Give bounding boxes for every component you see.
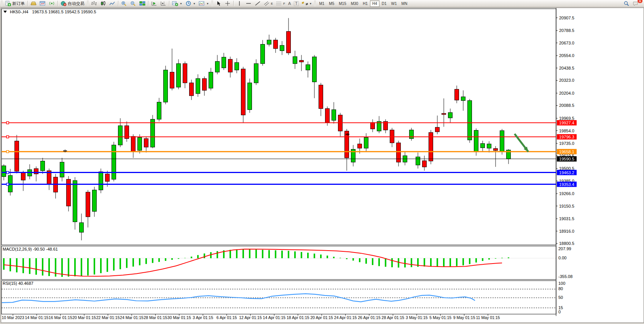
timeframe-w1-button[interactable]: W1 [389, 0, 399, 7]
candle-body[interactable] [34, 168, 38, 174]
candle-body[interactable] [325, 109, 330, 123]
candle-body[interactable] [397, 143, 401, 162]
candle-body[interactable] [293, 57, 297, 64]
line-handle[interactable] [6, 183, 9, 186]
timeframe-m5-button[interactable]: M5 [327, 0, 336, 7]
timeframe-h1-button[interactable]: H1 [360, 0, 370, 7]
candle-body[interactable] [442, 113, 446, 114]
candle-body[interactable] [222, 57, 226, 68]
channel-tool-button[interactable]: E [262, 0, 274, 6]
shapes-tool-button[interactable]: ▼ [300, 0, 314, 6]
candle-body[interactable] [435, 127, 440, 132]
candle-body[interactable] [41, 161, 45, 171]
toolbar-grip[interactable] [1, 1, 3, 6]
candle-body[interactable] [287, 32, 291, 53]
new-order-button[interactable]: 新订单 [3, 0, 26, 6]
line-chart-mode-button[interactable] [108, 0, 117, 6]
candle-body[interactable] [86, 192, 90, 217]
candle-body[interactable] [448, 113, 453, 118]
zoom-out-button[interactable] [129, 0, 138, 6]
candle-body[interactable] [461, 97, 465, 101]
candle-body[interactable] [105, 174, 110, 181]
candle-body[interactable] [215, 62, 220, 72]
text-tool-button[interactable]: A [287, 0, 292, 6]
candle-body[interactable] [170, 72, 174, 88]
candle-body[interactable] [280, 45, 284, 51]
candle-body[interactable] [15, 141, 19, 171]
candle-body[interactable] [416, 157, 420, 165]
hline-tool-button[interactable] [244, 0, 253, 6]
collapse-triangle-icon[interactable] [3, 10, 7, 13]
timeframe-m1-button[interactable]: M1 [317, 0, 327, 7]
timeframe-m15-button[interactable]: M15 [336, 0, 348, 7]
tile-windows-button[interactable] [138, 0, 147, 6]
vline-tool-button[interactable] [235, 0, 244, 6]
candle-body[interactable] [2, 166, 6, 176]
candle-body[interactable] [60, 162, 64, 177]
candle-body[interactable] [306, 65, 310, 70]
candle-body[interactable] [390, 130, 394, 143]
shapes-dropdown[interactable]: ▼ [309, 2, 312, 5]
candle-body[interactable] [494, 149, 498, 151]
add-indicator-dropdown[interactable]: ▼ [180, 2, 182, 5]
line-handle[interactable] [6, 136, 9, 138]
candle-body[interactable] [364, 138, 368, 148]
candle-body[interactable] [209, 72, 213, 88]
candle-body[interactable] [274, 40, 278, 49]
candle-body[interactable] [157, 102, 161, 119]
candle-body[interactable] [21, 173, 26, 180]
chart-shift-button[interactable] [159, 0, 168, 6]
candle-body[interactable] [312, 57, 317, 82]
candle-body[interactable] [228, 59, 233, 72]
candle-body[interactable] [410, 130, 414, 139]
candle-body[interactable] [99, 172, 103, 190]
candle-body[interactable] [371, 122, 375, 129]
candle-body[interactable] [235, 62, 239, 70]
timeframe-m30-button[interactable]: M30 [349, 0, 360, 7]
candlestick-mode-button[interactable] [99, 0, 108, 6]
candle-body[interactable] [241, 69, 245, 115]
candle-body[interactable] [164, 70, 168, 102]
auto-scroll-button[interactable] [150, 0, 159, 6]
label-tool-button[interactable]: T [292, 0, 300, 6]
zoom-in-button[interactable] [120, 0, 129, 6]
candle-body[interactable] [254, 64, 258, 83]
candle-body[interactable] [248, 83, 252, 110]
candle-body[interactable] [80, 223, 84, 232]
line-handle[interactable] [6, 122, 9, 124]
autotrade-button[interactable]: 自动交易 [59, 0, 86, 6]
candle-body[interactable] [474, 130, 478, 152]
candle-body[interactable] [267, 40, 271, 44]
candle-body[interactable] [455, 89, 459, 100]
candle-body[interactable] [332, 110, 336, 120]
candle-body[interactable] [92, 190, 97, 211]
candle-body[interactable] [319, 85, 323, 109]
market-watch-button[interactable] [29, 0, 38, 6]
timeframe-mn-button[interactable]: MN [399, 0, 410, 7]
search-button[interactable] [622, 0, 631, 6]
line-handle[interactable] [6, 172, 9, 174]
candle-body[interactable] [138, 138, 142, 151]
candle-body[interactable] [202, 79, 207, 91]
candle-body[interactable] [261, 44, 265, 64]
trendline-tool-button[interactable] [253, 0, 262, 6]
period-button[interactable]: ▼ [184, 0, 197, 6]
candle-body[interactable] [487, 144, 491, 148]
candle-body[interactable] [500, 131, 504, 152]
cursor-tool-button[interactable] [214, 0, 223, 6]
candle-body[interactable] [481, 143, 485, 148]
timeframe-h4-button[interactable]: H4 [370, 0, 379, 7]
candle-body[interactable] [345, 131, 349, 158]
candle-body[interactable] [112, 145, 116, 179]
period-dropdown[interactable]: ▼ [193, 2, 196, 5]
chart-window-button[interactable] [38, 0, 47, 6]
candle-body[interactable] [183, 64, 187, 83]
candle-body[interactable] [190, 83, 194, 96]
candle-body[interactable] [131, 137, 135, 151]
candle-body[interactable] [358, 144, 362, 148]
bar-chart-mode-button[interactable] [89, 0, 99, 6]
timeframe-d1-button[interactable]: D1 [379, 0, 389, 7]
crosshair-tool-button[interactable] [223, 0, 232, 6]
candle-body[interactable] [300, 60, 304, 62]
template-button[interactable]: ▼ [197, 0, 210, 6]
